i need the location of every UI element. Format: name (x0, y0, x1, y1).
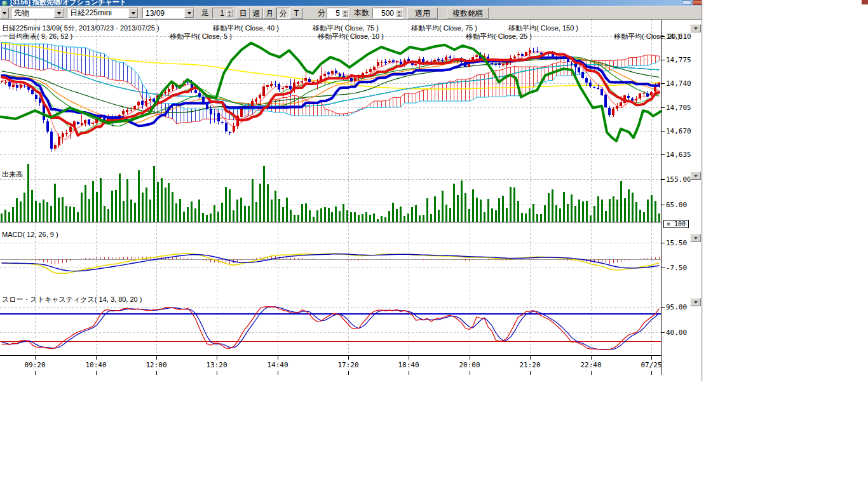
bar-count-value: 500 (373, 9, 396, 18)
period-button-group: 日週月分T (236, 8, 303, 18)
window-titlebar[interactable]: [3156] 指数先物/オプションチャート (0, 0, 702, 6)
main-window-close-sliver[interactable] (862, 0, 868, 4)
spin-buttons[interactable]: ▲▼ (342, 10, 348, 17)
chart-canvas[interactable] (0, 20, 702, 375)
minutes-value: 5 (327, 9, 342, 18)
axis-tick-label: 14,810 (666, 32, 702, 41)
period-button-分[interactable]: 分 (276, 8, 290, 19)
macd-panel-label: MACD( 12, 26, 9 ) (2, 231, 58, 238)
macd-signal-line (2, 254, 659, 271)
chart-area: 日経225mini 13/09( 5分, 2013/07/23 - 2013/0… (0, 20, 702, 381)
bar-type-label: 足 (201, 8, 209, 18)
minutes-spinner[interactable]: 5 ▲▼ (327, 8, 349, 18)
bar-interval-value: 1 (213, 9, 226, 18)
toolbar: 先物 日経225mini 13/09 足 1 ▲▼ 日週月分T 分 5 ▲▼ 本… (0, 6, 702, 20)
legend-item: 移動平均( Close, 5 ) (170, 32, 232, 41)
legend-row-1: 日経225mini 13/09( 5分, 2013/07/23 - 2013/0… (0, 24, 661, 31)
symbol-type-combobox[interactable]: 先物 (11, 8, 64, 18)
stoch-panel-label: スロー・ストキャスティクス( 14, 3, 80, 20 ) (2, 295, 142, 304)
spin-buttons[interactable]: ▲▼ (396, 10, 402, 17)
time-tick-label: 07/25 (636, 361, 667, 369)
stoch-panel-dropdown-button[interactable] (690, 298, 701, 306)
volume-panel-label: 出来高 (2, 170, 23, 179)
contract-month-value: 13/09 (143, 8, 184, 18)
app-icon (2, 1, 8, 6)
time-tick-label: 18:40 (393, 361, 424, 369)
chevron-down-icon[interactable] (184, 8, 194, 18)
time-tick-label: 17:20 (333, 361, 363, 369)
bar-interval-spinner[interactable]: 1 ▲▼ (212, 8, 233, 18)
symbol-value: 日経225mini (67, 8, 128, 18)
minutes-label: 分 (318, 8, 325, 18)
bar-count-spinner[interactable]: 500 ▲▼ (372, 8, 403, 18)
macd-line (2, 254, 659, 274)
volume-panel-dropdown-button[interactable] (690, 172, 701, 180)
stoch-k-line (2, 307, 659, 349)
time-tick-label: 13:20 (201, 361, 232, 369)
stoch-d-line (2, 307, 659, 349)
period-button-月[interactable]: 月 (263, 8, 276, 19)
time-tick-label: 12:00 (141, 361, 172, 369)
period-button-日[interactable]: 日 (236, 8, 250, 19)
chevron-down-icon[interactable] (54, 8, 64, 18)
time-tick-label: 20:00 (454, 361, 485, 369)
axis-tick-label: 14,635 (666, 151, 702, 159)
time-tick-label: 09:20 (20, 361, 50, 369)
symbol-type-value: 先物 (11, 8, 54, 18)
bar-count-label: 本数 (354, 8, 369, 18)
apply-button[interactable]: 適用 (407, 8, 438, 19)
axis-tick-label: 65.00 (666, 201, 702, 209)
legend-item: 移動平均( Close, 25 ) (466, 32, 532, 41)
time-tick-label: 14:40 (262, 361, 293, 369)
axis-tick-label: 40.00 (666, 329, 702, 337)
axis-tick-label: 14,670 (666, 127, 702, 135)
legend-row-2: 一目均衡表( 9, 26, 52 )移動平均( Close, 5 )移動平均( … (0, 32, 661, 39)
close-button[interactable] (693, 0, 702, 5)
contract-month-combobox[interactable]: 13/09 (142, 8, 194, 18)
volume-multiplier-badge: × 100 (663, 220, 689, 228)
window-border (702, 0, 703, 381)
legend-item: 移動平均( Close, 10 ) (318, 32, 384, 41)
period-button-T[interactable]: T (290, 8, 303, 19)
axis-tick-label: -7.50 (666, 264, 702, 272)
time-tick-label: 10:40 (81, 361, 111, 369)
time-tick-label: 21:20 (515, 361, 545, 369)
time-tick-label: 22:40 (576, 361, 606, 369)
symbol-combobox[interactable]: 日経225mini (67, 8, 139, 18)
macd-panel-dropdown-button[interactable] (690, 234, 701, 242)
chevron-down-icon[interactable] (128, 8, 138, 18)
legend-item: 一目均衡表( 9, 26, 52 ) (2, 32, 72, 41)
spin-buttons[interactable]: ▲▼ (226, 10, 233, 17)
period-button-週[interactable]: 週 (250, 8, 263, 19)
multi-symbol-button[interactable]: 複数銘柄 (447, 8, 489, 19)
axis-tick-label: 14,740 (666, 79, 702, 88)
axis-tick-label: 14,705 (666, 104, 702, 112)
price-panel-dropdown-button[interactable] (690, 24, 701, 32)
axis-tick-label: 14,775 (666, 56, 702, 64)
clipped-combobox[interactable] (0, 8, 9, 18)
window-title: [3156] 指数先物/オプションチャート (10, 0, 126, 6)
restore-button[interactable] (682, 0, 691, 5)
chevron-down-icon (3, 12, 6, 15)
desktop: [3156] 指数先物/オプションチャート 先物 日経225mini 13/09… (0, 0, 868, 488)
